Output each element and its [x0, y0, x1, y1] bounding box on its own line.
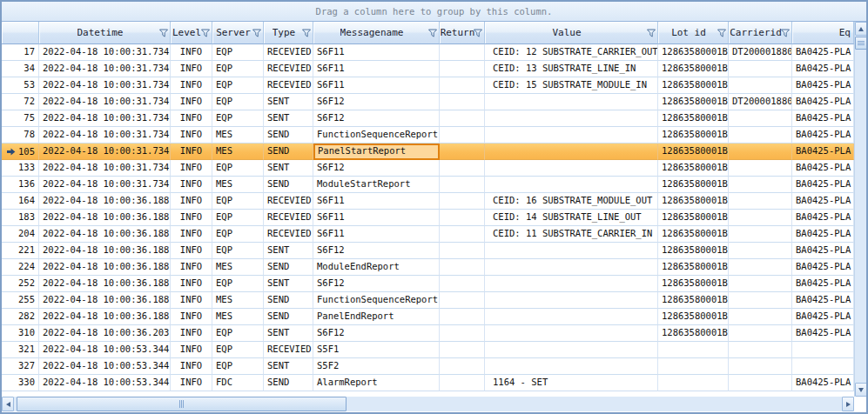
table-row[interactable]: 1832022-04-18 10:00:36.188INFOEQPRECEVIE… — [2, 210, 854, 226]
cell-return[interactable] — [440, 226, 485, 243]
cell-id[interactable]: 310 — [2, 325, 39, 342]
cell-message[interactable]: ModuleEndReport — [313, 259, 440, 276]
cell-carrierid[interactable] — [729, 226, 792, 243]
cell-return[interactable] — [440, 110, 485, 127]
cell-server[interactable]: EQP — [212, 44, 264, 61]
cell-level[interactable]: INFO — [171, 210, 212, 226]
cell-lotid[interactable]: 12863580001B — [658, 61, 729, 77]
cell-id[interactable]: 105 — [2, 144, 39, 160]
cell-level[interactable]: INFO — [171, 259, 212, 276]
cell-type[interactable]: SEND — [264, 259, 313, 276]
cell-return[interactable] — [440, 259, 485, 276]
filter-funnel-icon[interactable] — [201, 29, 210, 37]
cell-server[interactable]: EQP — [212, 94, 264, 110]
table-row[interactable]: 1332022-04-18 10:00:31.734INFOEQPSENTS6F… — [2, 160, 854, 177]
cell-server[interactable]: EQP — [212, 110, 264, 127]
cell-return[interactable] — [440, 342, 485, 358]
cell-value[interactable] — [485, 259, 658, 276]
column-header-lotid[interactable]: Lot id — [658, 22, 729, 44]
column-header-value[interactable]: Value — [485, 22, 658, 44]
scroll-left-button[interactable] — [2, 397, 14, 411]
cell-eq[interactable]: BA0425-PLA — [792, 226, 854, 243]
cell-type[interactable]: SEND — [264, 292, 313, 309]
cell-eq[interactable]: BA0425-PLA — [792, 210, 854, 226]
table-row[interactable]: 2242022-04-18 10:00:36.188INFOMESSENDMod… — [2, 259, 854, 276]
cell-lotid[interactable]: 12863580001B — [658, 276, 729, 292]
cell-return[interactable] — [440, 177, 485, 193]
cell-level[interactable]: INFO — [171, 358, 212, 375]
filter-funnel-icon[interactable] — [474, 29, 482, 37]
filter-funnel-icon[interactable] — [647, 29, 656, 37]
cell-datetime[interactable]: 2022-04-18 10:00:36.188 — [39, 193, 171, 210]
cell-return[interactable] — [440, 61, 485, 77]
cell-type[interactable]: SENT — [264, 243, 313, 259]
cell-id[interactable]: 78 — [2, 127, 39, 144]
group-by-panel[interactable]: Drag a column here to group by this colu… — [2, 2, 866, 22]
cell-lotid[interactable]: 12863580001B — [658, 160, 729, 177]
cell-message[interactable]: ModuleStartReport — [313, 177, 440, 193]
cell-message[interactable]: S5F1 — [313, 342, 440, 358]
cell-message[interactable]: S6F11 — [313, 210, 440, 226]
table-row[interactable]: 3302022-04-18 10:00:53.344INFOFDCSENDAla… — [2, 375, 854, 391]
column-header-server[interactable]: Server — [212, 22, 264, 44]
filter-funnel-icon[interactable] — [159, 29, 168, 37]
cell-lotid[interactable]: 12863580001B — [658, 259, 729, 276]
cell-level[interactable]: INFO — [171, 325, 212, 342]
cell-level[interactable]: INFO — [171, 77, 212, 94]
cell-carrierid[interactable] — [729, 259, 792, 276]
cell-level[interactable]: INFO — [171, 276, 212, 292]
table-row[interactable]: 2822022-04-18 10:00:36.188INFOMESSENDPan… — [2, 309, 854, 325]
cell-id[interactable]: 330 — [2, 375, 39, 391]
cell-id[interactable]: 204 — [2, 226, 39, 243]
cell-eq[interactable]: BA0425-PLA — [792, 325, 854, 342]
cell-eq[interactable]: BA0425-PLA — [792, 77, 854, 94]
cell-type[interactable]: RECEVIED — [264, 342, 313, 358]
table-row[interactable]: 1052022-04-18 10:00:31.734INFOMESSENDPan… — [2, 144, 854, 160]
cell-message[interactable]: AlarmReport — [313, 375, 440, 391]
cell-return[interactable] — [440, 243, 485, 259]
cell-type[interactable]: SEND — [264, 309, 313, 325]
cell-server[interactable]: EQP — [212, 358, 264, 375]
cell-datetime[interactable]: 2022-04-18 10:00:31.734 — [39, 144, 171, 160]
table-row[interactable]: 172022-04-18 10:00:31.734INFOEQPRECEVIED… — [2, 44, 854, 61]
cell-lotid[interactable] — [658, 375, 729, 391]
cell-level[interactable]: INFO — [171, 160, 212, 177]
cell-level[interactable]: INFO — [171, 94, 212, 110]
cell-type[interactable]: SENT — [264, 358, 313, 375]
cell-value[interactable] — [485, 243, 658, 259]
cell-carrierid[interactable] — [729, 325, 792, 342]
cell-lotid[interactable]: 12863580001B — [658, 177, 729, 193]
cell-datetime[interactable]: 2022-04-18 10:00:31.734 — [39, 160, 171, 177]
cell-level[interactable]: INFO — [171, 110, 212, 127]
cell-value[interactable]: 1164 - SET — [485, 375, 658, 391]
cell-carrierid[interactable] — [729, 61, 792, 77]
cell-carrierid[interactable] — [729, 127, 792, 144]
cell-id[interactable]: 224 — [2, 259, 39, 276]
table-row[interactable]: 2042022-04-18 10:00:36.188INFOEQPRECEVIE… — [2, 226, 854, 243]
cell-id[interactable]: 136 — [2, 177, 39, 193]
cell-eq[interactable] — [792, 358, 854, 375]
cell-value[interactable]: CEID: 12 SUBSTRATE_CARRIER_OUT — [485, 44, 658, 61]
cell-server[interactable]: EQP — [212, 210, 264, 226]
cell-level[interactable]: INFO — [171, 193, 212, 210]
cell-eq[interactable]: BA0425-PLA — [792, 160, 854, 177]
cell-server[interactable]: MES — [212, 127, 264, 144]
cell-server[interactable]: EQP — [212, 61, 264, 77]
cell-return[interactable] — [440, 127, 485, 144]
cell-datetime[interactable]: 2022-04-18 10:00:31.734 — [39, 94, 171, 110]
cell-level[interactable]: INFO — [171, 309, 212, 325]
cell-carrierid[interactable] — [729, 358, 792, 375]
cell-value[interactable] — [485, 160, 658, 177]
cell-eq[interactable]: BA0425-PLA — [792, 276, 854, 292]
cell-id[interactable]: 34 — [2, 61, 39, 77]
cell-lotid[interactable] — [658, 358, 729, 375]
cell-carrierid[interactable] — [729, 193, 792, 210]
cell-server[interactable]: EQP — [212, 325, 264, 342]
table-row[interactable]: 342022-04-18 10:00:31.734INFOEQPRECEVIED… — [2, 61, 854, 77]
cell-carrierid[interactable]: DT200001880 — [729, 94, 792, 110]
cell-datetime[interactable]: 2022-04-18 10:00:36.188 — [39, 259, 171, 276]
cell-message[interactable]: S5F2 — [313, 358, 440, 375]
cell-datetime[interactable]: 2022-04-18 10:00:31.734 — [39, 77, 171, 94]
cell-type[interactable]: SENT — [264, 276, 313, 292]
cell-value[interactable] — [485, 144, 658, 160]
